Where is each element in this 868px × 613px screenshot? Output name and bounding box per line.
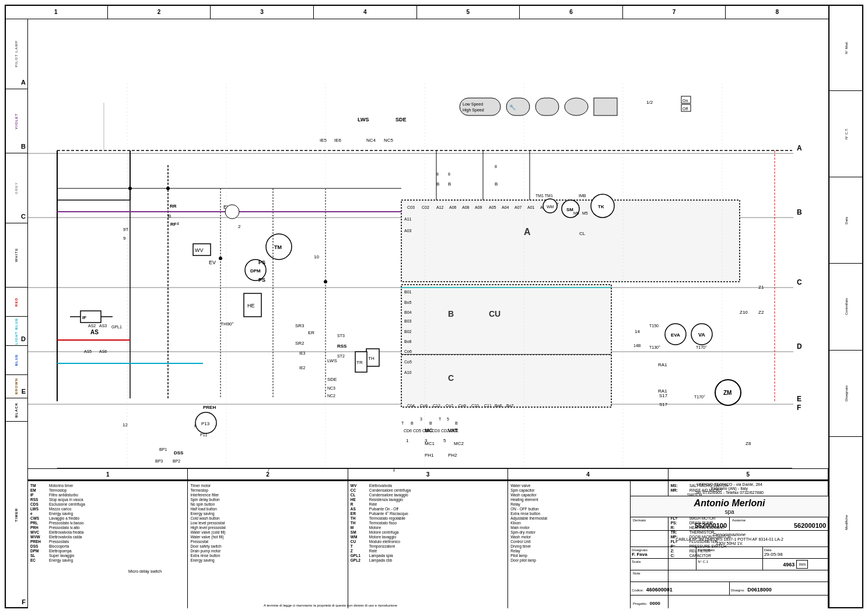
- controllato-label: Controllato: [698, 548, 761, 552]
- legend-col-1: TMMotorino timer EMTermostop IFFiltro an…: [28, 481, 188, 608]
- svg-text:EV: EV: [209, 260, 216, 265]
- denom-value: CABLLA 6P 3M DHPQRS 1837-1 POTTH AF 8314…: [633, 537, 826, 541]
- company-type: spa: [632, 509, 827, 515]
- svg-point-203: [128, 187, 132, 190]
- svg-text:NC4: NC4: [366, 138, 376, 143]
- disegnato-name: F. Fava: [632, 552, 695, 557]
- col-5: 5: [417, 5, 520, 19]
- svg-text:B01: B01: [404, 290, 412, 294]
- derivato-num: 552000100: [633, 522, 727, 529]
- svg-text:A05: A05: [489, 205, 496, 209]
- svg-text:LWS: LWS: [327, 358, 337, 363]
- svg-text:B: B: [797, 208, 802, 216]
- svg-text:A07: A07: [514, 205, 522, 209]
- svg-text:SDE: SDE: [396, 117, 407, 122]
- svg-text:M5: M5: [582, 211, 588, 215]
- svg-text:LWS: LWS: [358, 117, 369, 122]
- svg-text:High Speed: High Speed: [463, 108, 484, 113]
- svg-text:AS6: AS6: [99, 349, 107, 353]
- svg-text:14B: 14B: [634, 344, 641, 348]
- svg-text:Co9: Co9: [459, 404, 466, 408]
- svg-text:C: C: [448, 373, 454, 383]
- svg-text:DSS: DSS: [174, 450, 184, 456]
- svg-point-204: [166, 187, 170, 190]
- svg-text:4: 4: [177, 222, 179, 226]
- main-container: 1 2 3 4 5 6 7 8 PILOT LAMP A VIOLET B GR…: [0, 0, 868, 613]
- col-8: 8: [726, 5, 828, 19]
- svg-text:1/2: 1/2: [646, 100, 653, 105]
- svg-text:T170°: T170°: [696, 345, 707, 349]
- scala-label: Scala: [632, 560, 695, 563]
- svg-text:B: B: [448, 309, 454, 318]
- col-1: 1: [5, 5, 108, 19]
- svg-text:3: 3: [420, 417, 422, 421]
- svg-text:C02: C02: [422, 205, 429, 209]
- right-label-nct: N° C.T.: [845, 128, 848, 139]
- right-panel: N° Mod. N° C.T. Data Controllato Disegna…: [828, 5, 863, 608]
- svg-text:RR: RR: [170, 204, 177, 209]
- svg-text:C: C: [797, 278, 802, 286]
- svg-text:CL: CL: [579, 231, 586, 236]
- col-3: 3: [211, 5, 314, 19]
- svg-point-215: [225, 205, 239, 219]
- svg-text:T130°: T130°: [649, 345, 660, 349]
- bottom-col-4: 4: [508, 469, 668, 479]
- svg-text:B: B: [495, 181, 498, 187]
- svg-text:A: A: [797, 144, 802, 152]
- svg-text:A10: A10: [404, 370, 412, 374]
- svg-text:P13: P13: [201, 421, 210, 426]
- svg-text:B: B: [436, 181, 439, 187]
- svg-text:Bo6: Bo6: [495, 404, 502, 408]
- bottom-col-1: 1: [28, 469, 188, 479]
- svg-text:RA1: RA1: [658, 362, 667, 367]
- legend-col-1-en: Timer motor Termostop Interference filte…: [188, 481, 348, 608]
- company-name: Antonio Merloni: [632, 498, 827, 509]
- svg-text:CD5: CD5: [413, 429, 421, 433]
- svg-text:BP3: BP3: [155, 459, 163, 463]
- svg-text:B: B: [448, 181, 451, 187]
- svg-text:CD4: CD4: [422, 429, 430, 433]
- svg-text:MC2: MC2: [454, 441, 464, 446]
- svg-text:AS3: AS3: [99, 324, 107, 328]
- svg-text:Co5: Co5: [404, 360, 412, 364]
- svg-text:5: 5: [447, 417, 449, 421]
- assieme-num: 562000100: [732, 522, 826, 529]
- svg-text:AS2: AS2: [88, 324, 96, 328]
- svg-text:Z8: Z8: [746, 441, 751, 446]
- tel-label: Tel. 0732/6901 - Telefax 0732/627880: [633, 491, 826, 495]
- svg-text:2: 2: [238, 224, 241, 229]
- bottom-col-5: 5: [668, 469, 828, 479]
- svg-rect-90: [401, 285, 611, 355]
- svg-text:B: B: [455, 421, 458, 425]
- svg-text:8: 8: [495, 164, 497, 169]
- svg-text:WV: WV: [195, 247, 204, 253]
- bottom-col-3: 3: [348, 469, 508, 479]
- bottom-number-row: 1 2 3 4 5: [28, 468, 828, 480]
- svg-text:TM1 TM1: TM1 TM1: [536, 194, 553, 198]
- svg-text:SDE: SDE: [327, 377, 337, 382]
- note-label: Note: [633, 572, 826, 575]
- svg-text:T: T: [439, 417, 442, 421]
- bottom-col-2: 2: [188, 469, 348, 479]
- svg-text:On: On: [682, 99, 688, 103]
- svg-text:PH2: PH2: [448, 453, 457, 458]
- svg-text:C10: C10: [471, 404, 479, 408]
- svg-text:8: 8: [448, 172, 450, 176]
- svg-text:SR3: SR3: [295, 323, 304, 328]
- svg-text:IE6: IE6: [334, 138, 342, 143]
- svg-text:B: B: [168, 213, 171, 219]
- svg-text:HE: HE: [247, 303, 255, 309]
- svg-text:A12: A12: [436, 205, 444, 209]
- svg-text:Co8: Co8: [420, 404, 428, 408]
- svg-text:S17: S17: [659, 402, 668, 407]
- svg-text:ER: ER: [308, 330, 314, 335]
- svg-text:Z10: Z10: [740, 310, 748, 315]
- svg-text:ZM: ZM: [723, 390, 732, 396]
- voltage-label: 230V 50Hz 1V.: [633, 541, 826, 545]
- codice-value: 460600001: [646, 587, 673, 593]
- progetto-value: 0000: [650, 601, 660, 606]
- svg-text:IF: IF: [82, 315, 86, 320]
- svg-text:A04: A04: [502, 205, 509, 209]
- svg-text:PS: PS: [258, 277, 265, 283]
- right-label-data: Data: [845, 217, 848, 225]
